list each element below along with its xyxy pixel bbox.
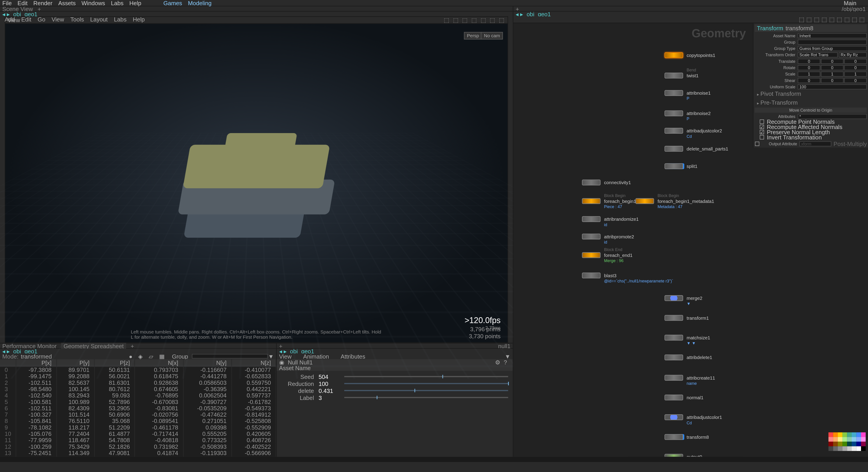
- swatch[interactable]: [838, 437, 842, 442]
- node-attribpromote2[interactable]: attribpromote2id: [582, 233, 634, 240]
- node-matchsize1[interactable]: matchsize1▼ ▼: [664, 335, 710, 341]
- swatch[interactable]: [847, 437, 852, 442]
- viewport[interactable]: View ⬚ ⬚ ⬚ ⬚ ⬚ ⬚ ⬚ Persp No cam: [5, 16, 508, 343]
- swatch[interactable]: [838, 446, 842, 451]
- swatch[interactable]: [857, 433, 861, 437]
- node-normal1[interactable]: normal1: [664, 395, 704, 400]
- swatch[interactable]: [852, 437, 857, 442]
- viewport-path-bar[interactable]: ◂ ▸ obj geo1: [0, 11, 513, 16]
- node-attribadjustcolor1[interactable]: attribadjustcolor1Cd: [664, 414, 722, 420]
- net-menu[interactable]: Edit: [21, 16, 31, 23]
- group-field[interactable]: [798, 39, 867, 44]
- vp-tool-icon[interactable]: ⬚: [462, 17, 467, 23]
- net-tool-icon[interactable]: ⬚: [799, 16, 804, 23]
- desktop-tab-modeling[interactable]: Modeling: [188, 0, 211, 6]
- node-attribnoise1[interactable]: attribnoise1P: [664, 90, 711, 96]
- swatch[interactable]: [847, 446, 852, 451]
- vp-tool-icon[interactable]: ⬚: [444, 17, 449, 23]
- swatch[interactable]: [838, 433, 842, 437]
- slider[interactable]: [344, 376, 508, 377]
- swatch[interactable]: [829, 442, 833, 446]
- swatch[interactable]: [861, 446, 866, 451]
- network-path-bar[interactable]: ◂ ▸ obj geo1: [513, 11, 868, 16]
- parm-delete[interactable]: delete 0.431: [279, 387, 510, 394]
- swatch[interactable]: [829, 437, 833, 442]
- node-blast3[interactable]: blast3@id==`chs("../null1/newparamete r3…: [582, 273, 617, 278]
- move-centroid-button[interactable]: Move Centroid to Origin: [754, 107, 867, 113]
- node-output0[interactable]: output0Output #0: [664, 454, 702, 457]
- swatch[interactable]: [857, 442, 861, 446]
- menu-assets[interactable]: Assets: [58, 0, 76, 6]
- net-tool-icon[interactable]: ⬚: [859, 16, 864, 23]
- net-tool-icon[interactable]: ⬚: [829, 16, 834, 23]
- node-twist1[interactable]: twist1Bend: [664, 73, 699, 78]
- swatch[interactable]: [847, 433, 852, 437]
- node-attribrandomize1[interactable]: attribrandomize1id: [582, 216, 639, 222]
- swatch[interactable]: [852, 442, 857, 446]
- menu-labs[interactable]: Labs: [111, 0, 124, 6]
- net-menu[interactable]: Tools: [70, 16, 84, 23]
- node-delete_small_parts1[interactable]: delete_small_parts1: [664, 146, 728, 152]
- parm-reduction[interactable]: Reduction 100: [279, 380, 510, 387]
- swatch[interactable]: [829, 433, 833, 437]
- swatch[interactable]: [833, 442, 838, 446]
- swatch[interactable]: [833, 433, 838, 437]
- swatch[interactable]: [842, 433, 847, 437]
- camera-dropdown[interactable]: Persp: [464, 32, 482, 39]
- node-attribnoise2[interactable]: attribnoise2P: [664, 111, 711, 116]
- swatch[interactable]: [842, 442, 847, 446]
- swatch[interactable]: [861, 437, 866, 442]
- swatch[interactable]: [861, 442, 866, 446]
- main-menubar[interactable]: File Edit Render Assets Windows Labs Hel…: [0, 0, 868, 6]
- node-connectivity1[interactable]: connectivity1: [582, 180, 631, 186]
- network-editor[interactable]: Geometry copytopoints1twist1Bendattribno…: [513, 23, 868, 457]
- node-merge2[interactable]: merge2▼: [664, 295, 703, 301]
- swatch[interactable]: [857, 446, 861, 451]
- net-menu[interactable]: Go: [37, 16, 45, 23]
- node-attribdelete1[interactable]: attribdelete1: [664, 354, 712, 360]
- menu-windows[interactable]: Windows: [82, 0, 105, 6]
- node-foreach_begin1[interactable]: foreach_begin1Block BeginPiece : 47: [582, 198, 636, 204]
- net-tool-icon[interactable]: ⬚: [852, 16, 857, 23]
- menu-help[interactable]: Help: [129, 0, 141, 6]
- swatch[interactable]: [842, 437, 847, 442]
- node-transform1[interactable]: transform1: [664, 315, 709, 321]
- desktop-tab-games[interactable]: Games: [163, 0, 182, 6]
- node-attribcreate11[interactable]: attribcreate11name: [664, 375, 715, 381]
- net-menu[interactable]: Layout: [90, 16, 107, 23]
- net-menu[interactable]: Help: [133, 16, 145, 23]
- swatch[interactable]: [833, 437, 838, 442]
- node-attribadjustcolor2[interactable]: attribadjustcolor2Cd: [664, 128, 722, 134]
- nocam-dropdown[interactable]: No cam: [481, 32, 503, 39]
- net-menu[interactable]: Labs: [114, 16, 127, 23]
- node-transform8[interactable]: transform8: [664, 434, 709, 440]
- network-path[interactable]: /obj/geo1: [842, 5, 866, 12]
- vp-tool-icon[interactable]: ⬚: [471, 17, 476, 23]
- menu-file[interactable]: File: [2, 0, 11, 6]
- desktop-label[interactable]: Main: [844, 0, 857, 6]
- slider[interactable]: [344, 397, 508, 398]
- slider[interactable]: [344, 383, 508, 384]
- swatch[interactable]: [852, 446, 857, 451]
- node-foreach_begin1_metadata1[interactable]: foreach_begin1_metadata1Block BeginMetad…: [636, 198, 714, 204]
- swatch[interactable]: [833, 446, 838, 451]
- net-tool-icon[interactable]: ⬚: [814, 16, 819, 23]
- vp-tool-icon[interactable]: ⬚: [490, 17, 495, 23]
- vp-tool-icon[interactable]: ⬚: [453, 17, 458, 23]
- parm-label[interactable]: Label 3: [279, 394, 510, 401]
- net-menu[interactable]: View: [52, 16, 64, 23]
- net-tool-icon[interactable]: ⬚: [806, 16, 811, 23]
- menu-render[interactable]: Render: [33, 0, 53, 6]
- swatch[interactable]: [857, 437, 861, 442]
- net-tool-icon[interactable]: ⬚: [837, 16, 842, 23]
- net-tool-icon[interactable]: ⬚: [822, 16, 827, 23]
- swatch[interactable]: [852, 433, 857, 437]
- net-tool-icon[interactable]: ⬚: [844, 16, 849, 23]
- node-copytopoints1[interactable]: copytopoints1: [664, 52, 715, 58]
- swatch[interactable]: [842, 446, 847, 451]
- swatch[interactable]: [829, 446, 833, 451]
- swatch[interactable]: [847, 442, 852, 446]
- menu-edit[interactable]: Edit: [18, 0, 27, 6]
- swatch[interactable]: [861, 433, 866, 437]
- node-foreach_end1[interactable]: foreach_end1Block EndMerge : 96: [582, 252, 633, 258]
